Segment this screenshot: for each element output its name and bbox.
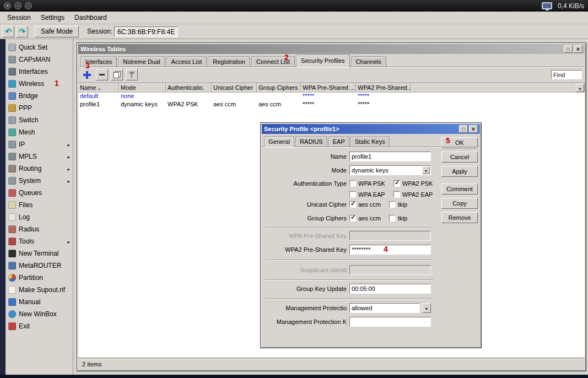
column-header-wpa2-psk[interactable]: WPA2 Pre-Shared..	[356, 83, 411, 92]
cell-auth	[166, 93, 212, 101]
group-aes-ccm-checkbox[interactable]	[349, 215, 356, 222]
sidebar-item-interfaces[interactable]: Interfaces	[6, 66, 73, 78]
copy-button[interactable]	[111, 69, 123, 80]
menu-dashboard[interactable]: Dashboard	[69, 12, 112, 23]
cell-mode: dynamic keys	[119, 101, 166, 109]
column-header-mode[interactable]: Mode	[119, 83, 166, 92]
column-header-unicast-cipher[interactable]: Unicast Cipher	[212, 83, 257, 92]
sidebar-item-label: PPP	[19, 104, 32, 112]
tab-nstreme-dual[interactable]: Nstreme Dual	[118, 56, 165, 67]
filter-icon	[128, 71, 136, 79]
sidebar-item-radius[interactable]: Radius	[6, 223, 73, 235]
unicast-tkip-checkbox[interactable]	[389, 201, 396, 208]
redo-button[interactable]	[16, 26, 28, 37]
sidebar-accent-strip	[0, 39, 6, 375]
ppp-icon	[8, 104, 16, 112]
status-bar: 2 items	[78, 358, 585, 370]
sidebar-item-metarouter[interactable]: MetaROUTER	[6, 260, 73, 272]
sidebar-item-switch[interactable]: Switch	[6, 114, 73, 126]
sidebar-item-system[interactable]: System	[6, 175, 73, 187]
column-header-wpa-psk[interactable]: WPA Pre-Shared ...	[301, 83, 356, 92]
table-row[interactable]: default none ***** *****	[78, 93, 585, 101]
sidebar-item-make-supout[interactable]: Make Supout.rif	[6, 284, 73, 296]
maximize-button[interactable]	[564, 45, 573, 53]
system-icon	[8, 177, 16, 185]
sidebar-item-manual[interactable]: Manual	[6, 296, 73, 308]
management-protection-value: allowed	[352, 305, 372, 311]
find-input[interactable]	[551, 70, 582, 79]
column-select-button[interactable]	[576, 84, 584, 92]
sidebar-item-label: New Terminal	[19, 250, 58, 257]
dialog-maximize-button[interactable]	[459, 125, 468, 133]
menu-session[interactable]: Session	[2, 12, 36, 23]
group-key-update-input[interactable]	[349, 284, 431, 294]
tab-static-keys[interactable]: Static Keys	[350, 136, 390, 147]
sidebar-item-new-terminal[interactable]: New Terminal	[6, 247, 73, 260]
wpa2-eap-checkbox[interactable]	[393, 191, 400, 198]
winbox-icon	[8, 310, 16, 318]
safe-mode-button[interactable]: Safe Mode	[35, 26, 79, 37]
mode-select[interactable]: dynamic keys	[349, 165, 431, 175]
menu-settings[interactable]: Settings	[36, 12, 69, 23]
sidebar-item-quick-set[interactable]: Quick Set	[6, 41, 73, 53]
sidebar-item-tools[interactable]: Tools	[6, 235, 73, 247]
column-header-group-ciphers[interactable]: Group Ciphers	[257, 83, 301, 92]
table-row[interactable]: profile1 dynamic keys WPA2 PSK aes ccm a…	[78, 101, 585, 109]
remove-button[interactable]	[96, 69, 108, 80]
column-header-authentication[interactable]: Authenticatio.	[166, 83, 212, 92]
sidebar: Quick Set CAPsMAN Interfaces Wireless Br…	[0, 39, 73, 375]
wpa2-pre-shared-key-input[interactable]	[349, 245, 431, 255]
column-header-name[interactable]: Name	[78, 83, 119, 92]
sidebar-item-capsman[interactable]: CAPsMAN	[6, 53, 73, 66]
add-button[interactable]	[81, 69, 93, 80]
management-protection-select[interactable]: allowed	[349, 303, 420, 313]
sidebar-item-files[interactable]: Files	[6, 199, 73, 211]
session-label: Session:	[87, 28, 112, 35]
sidebar-item-label: Exit	[19, 322, 30, 330]
tab-eap[interactable]: EAP	[328, 136, 349, 147]
wpa2-psk-checkbox[interactable]	[393, 180, 400, 187]
undo-button[interactable]	[2, 26, 14, 37]
submenu-arrow-icon	[67, 153, 70, 160]
cell-wpa2-psk: *****	[356, 101, 411, 109]
name-input[interactable]	[349, 152, 431, 161]
tab-general[interactable]: General	[264, 136, 294, 147]
chevron-down-icon[interactable]	[422, 303, 431, 313]
tab-security-profiles[interactable]: Security Profiles	[296, 55, 349, 67]
supplicant-identity-input	[349, 265, 431, 275]
sidebar-item-ppp[interactable]: PPP	[6, 102, 73, 114]
sidebar-item-routing[interactable]: Routing	[6, 163, 73, 175]
tab-radius[interactable]: RADIUS	[295, 136, 327, 147]
wpa-eap-checkbox[interactable]	[349, 191, 356, 198]
close-window-icon[interactable]: ✕	[4, 2, 11, 9]
sidebar-item-mpls[interactable]: MPLS	[6, 150, 73, 163]
sidebar-item-bridge[interactable]: Bridge	[6, 90, 73, 102]
cell-auth: WPA2 PSK	[166, 101, 212, 109]
chevron-down-icon[interactable]	[422, 166, 430, 174]
tab-access-list[interactable]: Access List	[166, 56, 207, 67]
dialog-close-button[interactable]	[469, 125, 478, 133]
tab-registration[interactable]: Registration	[208, 56, 250, 67]
sidebar-item-partition[interactable]: Partition	[6, 272, 73, 284]
sidebar-item-mesh[interactable]: Mesh	[6, 126, 73, 138]
sidebar-item-wireless[interactable]: Wireless	[6, 78, 73, 90]
sidebar-item-exit[interactable]: Exit	[6, 320, 73, 332]
sidebar-item-label: Wireless	[19, 80, 44, 88]
maximize-window-icon[interactable]: ▫	[25, 2, 32, 9]
sidebar-item-new-winbox[interactable]: New WinBox	[6, 308, 73, 320]
sidebar-item-log[interactable]: Log	[6, 211, 73, 223]
group-tkip-checkbox[interactable]	[389, 215, 396, 222]
checkbox-label: aes ccm	[358, 215, 381, 222]
tab-channels[interactable]: Channels	[351, 56, 386, 67]
sidebar-item-queues[interactable]: Queues	[6, 187, 73, 199]
wpa-psk-checkbox[interactable]	[349, 180, 356, 187]
minimize-window-icon[interactable]: −	[14, 2, 21, 9]
unicast-aes-ccm-checkbox[interactable]	[349, 201, 356, 208]
wireless-tabs: Interfaces Nstreme Dual Access List Regi…	[78, 54, 585, 67]
checkbox-label: tkip	[398, 201, 407, 208]
filter-button[interactable]	[126, 69, 138, 80]
sidebar-item-ip[interactable]: IP	[6, 138, 73, 150]
management-protection-key-input[interactable]	[349, 317, 431, 327]
files-icon	[8, 201, 16, 209]
close-button[interactable]	[574, 45, 582, 53]
